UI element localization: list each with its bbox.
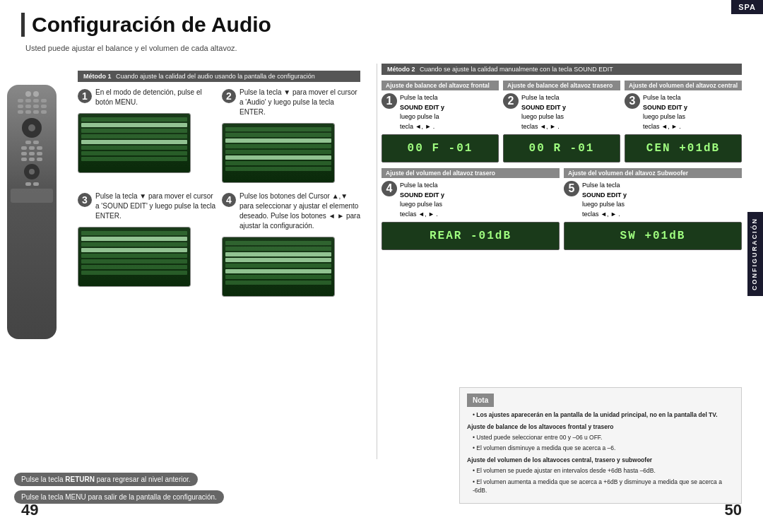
configuracion-label: CONFIGURACIÓN (747, 212, 763, 296)
step4-num: 4 (222, 193, 236, 207)
right-sections-bottom: Ajuste del volumen del altavoz trasero 4… (382, 168, 742, 250)
step2-block: 2 Pulse la tecla ▼ para mover el cursor … (222, 88, 360, 186)
steps-grid: 1 En el modo de detención, pulse el botó… (78, 88, 360, 300)
remote-control (7, 85, 71, 339)
step3-block: 3 Pulse la tecla ▼ para mover el cursor … (78, 191, 216, 300)
method1-banner: Método 1 Cuando ajuste la calidad del au… (78, 71, 360, 82)
page-num-right: 50 (725, 501, 742, 519)
page-num-left: 49 (21, 501, 38, 519)
step3-text: Pulse la tecla ▼ para mover el cursor a … (95, 191, 216, 221)
step3-header: 3 Pulse la tecla ▼ para mover el cursor … (78, 191, 216, 221)
step2-text: Pulse la tecla ▼ para mover el cursor a … (239, 88, 360, 117)
section-trasero-bal: Ajuste de balance del altavoz trasero 2 … (503, 81, 620, 162)
page-title: Configuración de Audio (21, 13, 271, 37)
section-frontal: Ajuste de balance del altavoz frontal 1 … (382, 81, 499, 162)
nota-s2-b1: • El volumen se puede ajustar en interva… (473, 466, 734, 475)
section-subwoofer: Ajuste del volumen del altavoz Subwoofer… (564, 168, 742, 250)
step2-num: 2 (222, 89, 236, 103)
display-trasero-bal: 00 R -01 (503, 134, 620, 162)
section-trasero-bal-header: Ajuste de balance del altavoz trasero (503, 81, 620, 90)
section-trasero-vol-header: Ajuste del volumen del altavoz trasero (382, 168, 560, 178)
step1-text: En el modo de detención, pulse el botón … (95, 88, 216, 107)
nota-section2-title: Ajuste del volumen de los altavoces cent… (467, 456, 734, 465)
method2-num: Método 2 (387, 66, 415, 73)
nota-s1-b2: • El volumen disminuye a medida que se a… (473, 444, 734, 453)
right-sections-top: Ajuste de balance del altavoz frontal 1 … (382, 81, 742, 162)
section5-step-text: Pulse la tecla SOUND EDIT y luego pulse … (582, 181, 627, 219)
step2-screen (222, 123, 335, 183)
display-central: CEN +01dB (625, 134, 742, 162)
section-central: Ajuste del volumen del altavoz central 3… (625, 81, 742, 162)
display-rear: REAR -01dB (382, 222, 560, 250)
return-note: Pulse la tecla RETURN Pulse la tecla RET… (14, 473, 198, 486)
step4-block: 4 Pulse los botones del Cursor ▲,▼ para … (222, 191, 360, 300)
nota-s1-b1: • Usted puede seleccionar entre 00 y –06… (473, 433, 734, 442)
nota-bullet1: • Los ajustes aparecerán en la pantalla … (473, 410, 734, 420)
method2-banner-text: Cuando se ajuste la calidad manualmente … (420, 66, 613, 73)
page-subtitle: Usted puede ajustar el balance y el volu… (25, 44, 237, 52)
display-sw: SW +01dB (564, 222, 742, 250)
step1-num: 1 (78, 89, 92, 103)
section3-step-text: Pulse la tecla SOUND EDIT y luego pulse … (643, 93, 687, 131)
section4-step-num: 4 (382, 181, 397, 196)
section-central-header: Ajuste del volumen del altavoz central (625, 81, 742, 90)
section-frontal-header: Ajuste de balance del altavoz frontal (382, 81, 499, 90)
step4-screen (222, 237, 335, 297)
section4-step-text: Pulse la tecla SOUND EDIT y luego pulse … (400, 181, 444, 219)
method1-num: Método 1 (83, 73, 112, 80)
section3-step-num: 3 (625, 93, 640, 109)
center-divider (377, 64, 377, 459)
menu-note: Pulse la tecla MENU para salir de la pan… (14, 490, 224, 504)
section-subwoofer-header: Ajuste del volumen del altavoz Subwoofer (564, 168, 742, 178)
section2-step-text: Pulse la tecla SOUND EDIT y luego pulse … (521, 93, 566, 131)
section2-step-num: 2 (503, 93, 519, 109)
step3-num: 3 (78, 193, 92, 207)
left-half: Método 1 Cuando ajuste la calidad del au… (0, 71, 374, 495)
method2-banner: Método 2 Cuando se ajuste la calidad man… (382, 64, 742, 75)
nota-section1-title: Ajuste de balance de los altavoces front… (467, 422, 734, 432)
section5-step-num: 5 (564, 181, 579, 196)
step3-screen (78, 227, 191, 287)
nota-s2-b2: • El volumen aumenta a medida que se ace… (473, 478, 734, 496)
method1-banner-text: Cuando ajuste la calidad del audio usand… (116, 73, 315, 80)
step1-header: 1 En el modo de detención, pulse el botó… (78, 88, 216, 107)
bottom-notes: Pulse la tecla RETURN Pulse la tecla RET… (14, 472, 367, 504)
spa-badge: SPA (731, 0, 763, 14)
section1-step-num: 1 (382, 93, 397, 109)
nota-title: Nota (467, 394, 494, 407)
step4-text: Pulse los botones del Cursor ▲,▼ para se… (239, 191, 360, 231)
section1-step-text: Pulse la tecla SOUND EDIT y luego pulse … (400, 93, 444, 131)
step1-screen (78, 113, 191, 173)
display-frontal: 00 F -01 (382, 134, 499, 162)
nota-box: Nota • Los ajustes aparecerán en la pant… (459, 387, 742, 504)
section-trasero-vol: Ajuste del volumen del altavoz trasero 4… (382, 168, 560, 250)
step4-header: 4 Pulse los botones del Cursor ▲,▼ para … (222, 191, 360, 231)
step1-block: 1 En el modo de detención, pulse el botó… (78, 88, 216, 186)
step2-header: 2 Pulse la tecla ▼ para mover el cursor … (222, 88, 360, 117)
